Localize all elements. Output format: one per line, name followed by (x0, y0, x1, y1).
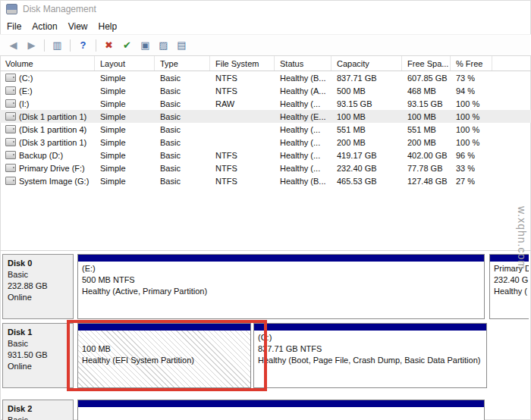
volume-row[interactable]: (Disk 3 partition 1)SimpleBasicHealthy (… (0, 136, 531, 149)
volume-label: (Disk 1 partition 1) (19, 112, 86, 121)
partition-volume-c[interactable]: (C:)837.71 GB NTFSHealthy (Boot, Page Fi… (253, 323, 487, 388)
volume-row[interactable]: Primary Drive (F:)SimpleBasicNTFSHealthy… (0, 161, 531, 174)
volume-cell: Healthy (... (275, 136, 331, 149)
volume-cell: Basic (155, 174, 210, 187)
back-icon[interactable]: ◀ (5, 38, 21, 53)
volume-cell: 607.85 GB (402, 71, 451, 84)
volume-cell: Basic (155, 110, 210, 123)
volume-label: (E:) (19, 86, 33, 96)
volume-name-cell: Backup (D:) (0, 149, 95, 161)
volume-cell: Simple (95, 123, 155, 136)
volume-name-cell: Primary Drive (F:) (0, 161, 95, 174)
mark-partition-active-icon[interactable]: ✔ (119, 38, 135, 53)
disk-management-window: Disk Management FileActionViewHelp ◀▶▥?✖… (0, 0, 531, 420)
volume-cell: 93.15 GB (402, 97, 451, 110)
volume-icon (5, 151, 16, 159)
partition-volume-e[interactable]: (E:)500 MB NTFSHealthy (Active, Primary … (77, 254, 485, 319)
volume-icon (5, 112, 16, 121)
column-header-type[interactable]: Type (155, 56, 210, 71)
forward-icon[interactable]: ▶ (24, 38, 39, 53)
volume-cell: Simple (95, 136, 155, 149)
properties-icon[interactable]: ▨ (156, 38, 171, 53)
volume-cell: 96 % (451, 149, 492, 161)
volume-icon (5, 74, 16, 82)
volume-cell: 200 MB (331, 136, 402, 149)
delete-volume-icon[interactable]: ✖ (101, 38, 117, 53)
volume-label: (I:) (19, 99, 29, 108)
help-topics-icon[interactable]: ▤ (174, 38, 190, 53)
column-header-volume[interactable]: Volume (0, 56, 95, 71)
volume-cell: 100 MB (331, 110, 402, 123)
partition-efi-system-partition[interactable]: 100 MBHealthy (EFI System Partition) (77, 323, 251, 388)
menubar: FileActionViewHelp (0, 18, 531, 34)
graphical-disk-view: Disk 0Basic232.88 GBOnline(E:)500 MB NTF… (0, 250, 531, 420)
volume-cell: Healthy (B... (275, 174, 331, 187)
volume-name-cell: (I:) (0, 97, 95, 110)
partition-text: 100 MBHealthy (EFI System Partition) (78, 331, 250, 368)
column-header-layout[interactable]: Layout (95, 56, 155, 71)
watermark: w.xqhn.com (516, 206, 528, 270)
volume-cell: Simple (95, 97, 155, 110)
partition-line: 500 MB NTFS (82, 274, 480, 286)
volume-cell: NTFS (210, 149, 275, 161)
column-header-free[interactable]: % Free (451, 56, 492, 71)
partition-line: (C:) (258, 332, 482, 343)
menu-file[interactable]: File (2, 20, 27, 33)
volume-cell (210, 123, 275, 136)
column-header-filesystem[interactable]: File System (210, 56, 275, 71)
volume-icon (5, 99, 16, 108)
disk-info-line: Basic (8, 415, 68, 420)
titlebar: Disk Management (0, 0, 531, 18)
menu-view[interactable]: View (63, 20, 93, 33)
volume-cell (210, 110, 275, 123)
volume-row[interactable]: (Disk 1 partition 4)SimpleBasicHealthy (… (0, 123, 531, 136)
menu-action[interactable]: Action (27, 20, 62, 33)
volume-cell: NTFS (210, 84, 275, 97)
volume-row[interactable]: (E:)SimpleBasicNTFSHealthy (A...500 MB46… (0, 84, 531, 97)
partition-line: Healthy ( (494, 286, 529, 297)
volume-cell: 77.78 GB (402, 161, 451, 174)
window-title: Disk Management (23, 4, 96, 14)
new-simple-volume-icon[interactable]: ▣ (137, 38, 153, 53)
volume-label: Backup (D:) (19, 151, 63, 160)
partition-line (82, 332, 247, 343)
toolbar-separator (96, 39, 96, 52)
volume-cell (210, 136, 275, 149)
volume-cell: 33 % (451, 161, 492, 174)
help-icon[interactable]: ? (75, 38, 91, 53)
partition-disk2-partition[interactable] (77, 400, 485, 420)
volume-row[interactable]: (Disk 1 partition 1)SimpleBasicHealthy (… (0, 110, 531, 123)
disk-panel-2[interactable]: Disk 2Basic (2, 400, 74, 420)
volume-table: VolumeLayoutTypeFile SystemStatusCapacit… (0, 56, 531, 187)
volume-cell: 468 MB (402, 84, 451, 97)
volume-cell: Basic (155, 161, 210, 174)
volume-row[interactable]: System Image (G:)SimpleBasicNTFSHealthy … (0, 174, 531, 187)
column-header-freespa[interactable]: Free Spa... (402, 56, 451, 71)
disk-panel-1[interactable]: Disk 1Basic931.50 GBOnline (2, 323, 74, 388)
volume-cell: 100 % (451, 110, 492, 123)
menu-help[interactable]: Help (93, 20, 123, 33)
volume-name-cell: (Disk 1 partition 4) (0, 123, 95, 136)
volume-cell: Healthy (... (275, 97, 331, 110)
volume-name-cell: (Disk 3 partition 1) (0, 136, 95, 149)
app-icon (6, 4, 17, 14)
volume-name-cell: System Image (G:) (0, 174, 95, 187)
partition-text (78, 407, 484, 410)
volume-label: Primary Drive (F:) (19, 164, 85, 173)
partition-line: 837.71 GB NTFS (258, 343, 482, 355)
disk-strip-0: Disk 0Basic232.88 GBOnline(E:)500 MB NTF… (2, 254, 529, 319)
volume-icon (5, 86, 16, 95)
volume-row[interactable]: (C:)SimpleBasicNTFSHealthy (B...837.71 G… (0, 71, 531, 84)
column-header-capacity[interactable]: Capacity (331, 56, 402, 71)
volume-cell: Healthy (... (275, 161, 331, 174)
volume-name-cell: (Disk 1 partition 1) (0, 110, 95, 123)
disk-info-line: 931.50 GB (8, 349, 68, 361)
column-header-status[interactable]: Status (275, 56, 331, 71)
disk-strip-2: Disk 2Basic (2, 400, 529, 420)
disk-panel-0[interactable]: Disk 0Basic232.88 GBOnline (2, 254, 74, 319)
show-console-tree-icon[interactable]: ▥ (49, 38, 65, 53)
partition-line: 100 MB (82, 343, 247, 355)
disk-info-line: Online (8, 361, 68, 372)
volume-row[interactable]: Backup (D:)SimpleBasicNTFSHealthy (...41… (0, 149, 531, 161)
volume-row[interactable]: (I:)SimpleBasicRAWHealthy (...93.15 GB93… (0, 97, 531, 110)
